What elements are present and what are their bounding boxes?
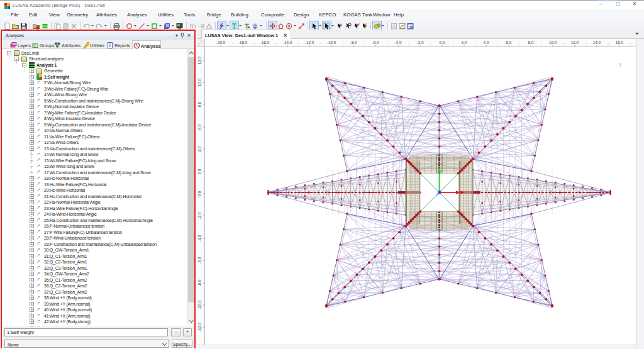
svg-text:.: . xyxy=(497,40,498,45)
svg-text:-12.0: -12.0 xyxy=(305,40,314,45)
svg-text:-6.0: -6.0 xyxy=(372,40,379,45)
svg-text:-8.0: -8.0 xyxy=(350,40,357,45)
svg-text:10.0: 10.0 xyxy=(549,40,557,45)
svg-text:.: . xyxy=(197,271,202,272)
svg-text:2.0: 2.0 xyxy=(462,40,467,45)
svg-text:.: . xyxy=(630,40,631,45)
svg-text:.: . xyxy=(453,40,454,45)
svg-text:.: . xyxy=(386,40,387,45)
svg-text:.: . xyxy=(253,40,255,45)
svg-text:-4.0: -4.0 xyxy=(197,235,202,241)
svg-text:6.0: 6.0 xyxy=(506,40,512,45)
svg-text:4.0: 4.0 xyxy=(484,40,489,45)
svg-text:-8.0: -8.0 xyxy=(197,279,202,286)
svg-text:6.0: 6.0 xyxy=(197,124,202,130)
svg-text:.: . xyxy=(364,40,365,45)
svg-text:T: T xyxy=(619,63,622,67)
svg-text:.: . xyxy=(408,40,409,45)
svg-text:.: . xyxy=(197,70,202,72)
svg-text:10.0: 10.0 xyxy=(197,78,202,86)
svg-text:12.0: 12.0 xyxy=(197,56,202,64)
svg-text:-10.0: -10.0 xyxy=(197,300,202,309)
svg-text:.: . xyxy=(197,293,202,294)
svg-text:8.0: 8.0 xyxy=(528,40,534,45)
svg-text:-14.0: -14.0 xyxy=(283,40,292,45)
svg-text:.: . xyxy=(275,40,277,45)
svg-text:-20.0: -20.0 xyxy=(216,40,226,45)
svg-text:8.0: 8.0 xyxy=(197,101,202,107)
svg-text:.: . xyxy=(342,40,343,45)
svg-text:.: . xyxy=(197,226,202,228)
svg-text:.: . xyxy=(197,338,202,339)
svg-text:.: . xyxy=(197,182,202,183)
svg-text:-16.0: -16.0 xyxy=(260,40,270,45)
svg-text:14.0: 14.0 xyxy=(593,40,601,45)
svg-text:.: . xyxy=(231,40,233,45)
svg-text:-4.0: -4.0 xyxy=(395,40,402,45)
svg-text:.: . xyxy=(197,316,202,317)
svg-text:.: . xyxy=(586,40,587,45)
svg-text:.: . xyxy=(197,137,202,138)
svg-text:.: . xyxy=(197,115,202,116)
svg-text:0.0: 0.0 xyxy=(440,40,445,45)
svg-text:16.0: 16.0 xyxy=(616,40,624,45)
svg-text:0.0: 0.0 xyxy=(197,191,202,196)
svg-text:12.0: 12.0 xyxy=(571,40,579,45)
svg-text:.: . xyxy=(564,40,565,45)
svg-text:.: . xyxy=(197,249,202,250)
svg-text:4.0: 4.0 xyxy=(197,146,202,152)
svg-text:-6.0: -6.0 xyxy=(197,257,202,263)
svg-text:-2.0: -2.0 xyxy=(417,40,424,45)
svg-text:.: . xyxy=(430,40,431,45)
svg-text:-18.0: -18.0 xyxy=(238,40,248,45)
svg-text:-2.0: -2.0 xyxy=(197,212,202,219)
svg-text:.: . xyxy=(297,40,299,45)
svg-text:.: . xyxy=(608,40,609,45)
svg-text:.: . xyxy=(541,40,542,45)
svg-text:-12.0: -12.0 xyxy=(197,322,202,331)
svg-text:2.0: 2.0 xyxy=(197,169,202,174)
svg-text:.: . xyxy=(197,204,202,206)
svg-text:.: . xyxy=(197,93,202,94)
svg-text:.: . xyxy=(519,40,520,45)
svg-text:.: . xyxy=(197,160,202,161)
svg-text:-10.0: -10.0 xyxy=(327,40,336,45)
svg-text:.: . xyxy=(319,40,321,45)
svg-text:.: . xyxy=(475,40,476,45)
